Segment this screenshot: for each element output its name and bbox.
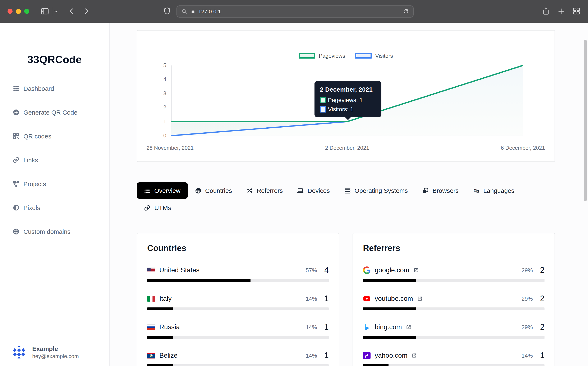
toolbar-divider <box>52 7 52 16</box>
external-link-icon[interactable] <box>417 296 422 302</box>
list-icon <box>144 187 151 194</box>
grid-3x3-icon <box>13 85 20 92</box>
share-icon[interactable] <box>542 7 550 15</box>
external-link-icon[interactable] <box>413 267 419 273</box>
sidebar-item-label: QR codes <box>23 132 51 139</box>
sidebar-item-pixels[interactable]: Pixels <box>0 199 109 216</box>
app-window-icon <box>422 187 429 194</box>
card-title: Countries <box>147 244 329 253</box>
address-bar[interactable]: 127.0.0.1 <box>176 5 414 18</box>
privacy-shield-icon[interactable] <box>163 7 172 15</box>
user-account[interactable]: Example hey@example.com <box>0 339 109 366</box>
sidebar-item-links[interactable]: Links <box>0 152 109 168</box>
y-tick: 0 <box>163 133 166 138</box>
sidebar-item-dashboard[interactable]: Dashboard <box>0 80 109 97</box>
referrer-name: bing.com <box>375 323 402 331</box>
referrer-pct: 29% <box>521 324 533 330</box>
tab-countries[interactable]: Countries <box>188 182 239 199</box>
url-text: 127.0.0.1 <box>198 8 403 15</box>
tab-overview[interactable]: Overview <box>137 182 188 199</box>
translate-icon: A * <box>473 187 480 194</box>
progress-fill <box>363 307 416 310</box>
search-icon <box>181 8 187 15</box>
country-pct: 14% <box>306 352 317 359</box>
referrer-count: 1 <box>540 351 544 360</box>
sidebar-toggle-icon[interactable] <box>40 7 49 16</box>
stats-cards: Countries United States <box>137 233 555 366</box>
flag-italy-icon <box>147 296 155 301</box>
country-count: 1 <box>324 322 329 332</box>
back-icon[interactable] <box>67 7 76 15</box>
pageviews-swatch <box>299 53 316 59</box>
referrer-count: 2 <box>540 322 544 332</box>
legend-item-visitors[interactable]: Visitors <box>355 53 393 59</box>
progress-fill <box>363 279 416 282</box>
yahoo-favicon-icon: y! <box>363 352 370 359</box>
server-icon <box>344 187 351 194</box>
flag-belize-icon <box>147 353 155 358</box>
tab-devices[interactable]: Devices <box>290 182 337 199</box>
y-tick: 1 <box>163 119 166 124</box>
external-link-icon[interactable] <box>411 353 417 358</box>
forward-icon[interactable] <box>82 7 91 15</box>
visitors-swatch <box>320 106 326 112</box>
globe-icon <box>195 187 201 194</box>
legend-item-pageviews[interactable]: Pageviews <box>299 53 345 59</box>
external-link-icon[interactable] <box>406 324 412 330</box>
tab-utms[interactable]: UTMs <box>137 199 178 216</box>
close-window-button[interactable] <box>8 9 13 14</box>
tab-languages[interactable]: A * Languages <box>466 182 521 199</box>
tab-operating-systems[interactable]: Operating Systems <box>337 182 415 199</box>
scrollbar-thumb[interactable] <box>584 40 587 201</box>
y-tick: 3 <box>163 90 166 96</box>
progress-fill <box>147 336 173 339</box>
referrer-count: 2 <box>540 266 544 275</box>
progress-track <box>147 307 329 310</box>
progress-fill <box>363 364 389 366</box>
sidebar-item-custom-domains[interactable]: Custom domains <box>0 223 109 240</box>
sidebar-item-projects[interactable]: Projects <box>0 175 109 192</box>
new-tab-icon[interactable] <box>558 8 565 15</box>
flag-united-states-icon <box>147 267 155 273</box>
progress-fill <box>147 364 173 366</box>
referrer-name: google.com <box>375 267 409 274</box>
referrer-name: youtube.com <box>375 295 413 302</box>
laptop-icon <box>297 187 304 194</box>
sidebar-item-label: Projects <box>23 180 46 187</box>
minimize-window-button[interactable] <box>16 9 21 14</box>
browser-toolbar: 127.0.0.1 <box>0 0 588 23</box>
app-logo[interactable]: 33QRCode <box>0 53 109 66</box>
tab-overview-icon[interactable] <box>573 7 580 15</box>
zoom-window-button[interactable] <box>24 9 29 14</box>
user-email: hey@example.com <box>32 353 79 360</box>
plus-circle-icon <box>13 108 20 116</box>
country-name: Belize <box>159 352 178 359</box>
window-controls <box>8 9 29 14</box>
progress-fill <box>363 336 416 339</box>
country-name: Italy <box>159 295 172 302</box>
chart-legend: Pageviews Visitors <box>137 53 555 59</box>
sidebar-item-qr-codes[interactable]: QR codes <box>0 128 109 144</box>
country-count: 4 <box>324 266 329 275</box>
tab-referrers[interactable]: Referrers <box>239 182 290 199</box>
sidebar-item-label: Custom domains <box>23 228 70 235</box>
sidebar-item-generate-qr-code[interactable]: Generate QR Code <box>0 104 109 121</box>
referrer-name: yahoo.com <box>375 352 407 359</box>
country-name: United States <box>159 267 199 274</box>
svg-text:*: * <box>477 190 478 193</box>
x-label: 6 December, 2021 <box>501 145 545 151</box>
qr-code-icon <box>13 132 20 139</box>
svg-text:y!: y! <box>365 353 368 358</box>
reload-icon[interactable] <box>403 8 409 15</box>
main-content: Pageviews Visitors <box>110 23 588 366</box>
referrer-row-youtube: youtube.com 29% 2 <box>363 294 544 310</box>
chevron-down-icon[interactable] <box>53 9 58 14</box>
referrer-pct: 29% <box>521 296 533 302</box>
youtube-favicon-icon <box>363 295 370 302</box>
tab-browsers[interactable]: Browsers <box>415 182 466 199</box>
country-row-italy: Italy 14% 1 <box>147 294 329 310</box>
progress-track <box>363 307 544 310</box>
tooltip-row-pageviews: Pageviews: 1 <box>320 97 376 103</box>
tooltip-date: 2 December, 2021 <box>320 86 376 93</box>
lock-icon <box>190 9 196 14</box>
